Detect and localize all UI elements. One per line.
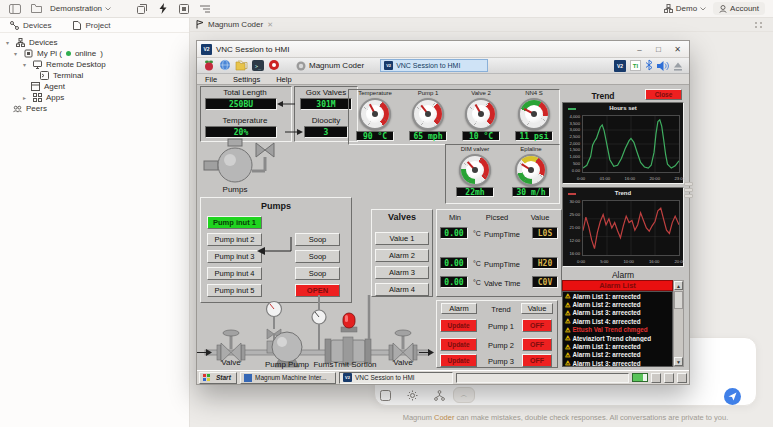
alarm-list: ⚠Alarm List 1: arreected ⚠Alarm List 2: … <box>562 291 673 367</box>
alarm-list-item[interactable]: ⚠Ateviaziort Trend changed <box>563 334 672 342</box>
branch-icon[interactable] <box>434 390 445 401</box>
terminal-app-icon[interactable]: >_ <box>252 60 264 71</box>
tray-item[interactable] <box>677 373 687 383</box>
close-button[interactable]: ✕ <box>670 45 685 54</box>
soop-button[interactable]: Soop <box>295 233 340 246</box>
pump-inut-4-button[interactable]: Pump inut 4 <box>207 267 262 280</box>
tick-label: 0.00 <box>572 169 580 174</box>
menu-file[interactable]: File <box>205 75 217 84</box>
window-title: VNC Session to HMI <box>216 45 289 54</box>
scroll-thumb[interactable] <box>674 291 683 309</box>
soop-button[interactable]: Soop <box>295 267 340 280</box>
alarm-3-button[interactable]: Alarm 3 <box>375 266 429 279</box>
account-button[interactable]: Account <box>713 2 765 15</box>
browser-globe-icon[interactable] <box>219 57 231 75</box>
drag-handle[interactable] <box>755 22 763 28</box>
sidebar-item-devices[interactable]: ▾ Devices <box>0 37 189 48</box>
trend-close-button[interactable]: Close <box>645 89 682 100</box>
tick-label: 20:00 <box>674 260 684 265</box>
tab-project[interactable]: Project <box>73 21 110 30</box>
magnum-coder-launcher[interactable]: Magnum Coder <box>292 60 368 72</box>
gear-icon[interactable] <box>407 390 418 401</box>
align-lines-icon[interactable] <box>198 3 212 15</box>
minimize-button[interactable]: – <box>632 45 647 54</box>
file-manager-icon[interactable] <box>235 57 248 75</box>
demo-menu[interactable]: Demo <box>664 4 706 13</box>
tick-label: 16:00 <box>625 177 635 182</box>
trend-chart-trend: Trend 30:0025:0021:0012:0016:00 0:005:00… <box>562 187 684 267</box>
volume-icon[interactable] <box>657 57 669 75</box>
frame-icon[interactable] <box>177 3 191 15</box>
alarm-list-item[interactable]: ⚠Ettush Val Trend chmged <box>563 326 672 334</box>
gauge-value: 22mh <box>456 187 494 197</box>
sidebar-toggle-icon[interactable] <box>8 3 22 15</box>
expand-chevron-button[interactable]: ︿ <box>453 387 475 403</box>
y-axis-ticks: 4,0003,5003,0002,5002,0001,5001,0005000.… <box>564 115 580 173</box>
alarm-scrollbar[interactable]: ▲ ▼ <box>673 280 684 367</box>
window-title-bar[interactable]: V2 VNC Session to HMI – □ ✕ <box>197 41 689 58</box>
tray-item[interactable] <box>651 373 661 383</box>
warning-icon: ⚠ <box>565 318 570 324</box>
alarm-2-button[interactable]: Alarm 2 <box>375 249 429 262</box>
soop-button[interactable]: Soop <box>295 250 340 263</box>
disclaimer-text: Magnum Coder can make mistakes, double c… <box>374 413 757 422</box>
scroll-down-icon[interactable]: ▼ <box>674 357 683 366</box>
task-button-vnc[interactable]: V2 VNC Session to HMI <box>339 372 453 384</box>
alarm-list-item[interactable]: ⚠Alarm List 4: arreected <box>563 317 672 325</box>
tab-magnum-coder[interactable]: Magnum Coder ✕ <box>196 20 273 29</box>
copy-icon[interactable] <box>135 3 149 15</box>
red-app-icon[interactable] <box>268 57 280 75</box>
start-button[interactable]: Start <box>199 372 237 384</box>
folder-icon[interactable] <box>29 3 43 15</box>
display-label: Total Length <box>202 88 288 97</box>
sidebar-item-agent[interactable]: Agent <box>0 81 189 92</box>
task-button-magnum[interactable]: Magnum Machine Inter... <box>240 372 336 384</box>
panel-handle[interactable] <box>684 188 693 192</box>
close-tab-icon[interactable]: ✕ <box>267 21 273 29</box>
alarm-table-header-alarm: Alarm <box>441 303 477 314</box>
pump-inut-3-button[interactable]: Pump inut 3 <box>207 250 262 263</box>
tick-label: 0:00 <box>577 260 585 265</box>
value-1-button[interactable]: Value 1 <box>375 232 429 245</box>
alarm-list-item[interactable]: ⚠Alarm List 2: arreected <box>563 351 672 359</box>
piping-label-vessel: FumsTmit Sortion <box>305 360 385 369</box>
raspberry-menu-icon[interactable] <box>203 57 215 75</box>
panel-handle[interactable] <box>684 182 693 186</box>
menu-help[interactable]: Help <box>276 75 291 84</box>
text-input-icon[interactable]: TI <box>630 60 641 71</box>
alarm-list-item[interactable]: ⚠Alarm List 1: arreected <box>563 342 672 350</box>
eject-icon[interactable] <box>673 57 683 75</box>
sidebar-item-apps[interactable]: ▸ Apps <box>0 92 189 103</box>
pump-inut-1-button[interactable]: Pump inut 1 <box>207 216 262 229</box>
display-value: 3 <box>304 126 348 138</box>
sidebar-item-peers[interactable]: Peers <box>0 103 189 114</box>
attach-icon[interactable] <box>380 390 391 401</box>
alarm-list-item[interactable]: ⚠Alarm List 3: arreected <box>563 309 672 317</box>
update-button[interactable]: Update <box>440 354 477 367</box>
project-selector[interactable]: Demonstration <box>50 4 111 13</box>
alarm-list-item[interactable]: ⚠Alarm List 2: arreected <box>563 300 672 308</box>
pump-inut-2-button[interactable]: Pump inut 2 <box>207 233 262 246</box>
update-button[interactable]: Update <box>440 319 477 332</box>
panel-handle[interactable] <box>684 194 693 198</box>
scroll-up-icon[interactable]: ▲ <box>674 281 683 290</box>
gauge-value: 65 mph <box>409 131 447 141</box>
active-task-tab[interactable]: V2 VNC Session to HMI <box>380 59 488 72</box>
tray-item[interactable] <box>664 373 674 383</box>
bolt-icon[interactable] <box>156 3 170 15</box>
bluetooth-icon[interactable] <box>645 57 653 75</box>
sidebar-item-mypi[interactable]: ▾ My Pi (online) <box>0 48 189 59</box>
menu-settings[interactable]: Settings <box>233 75 260 84</box>
update-button[interactable]: Update <box>440 338 477 351</box>
tab-devices[interactable]: Devices <box>10 21 51 30</box>
sidebar-item-remote-desktop[interactable]: ▾ Remote Desktop <box>0 59 189 70</box>
vnc-tray-icon[interactable]: V2 <box>614 60 626 72</box>
send-button[interactable] <box>724 388 741 405</box>
warning-icon: ⚠ <box>565 360 570 366</box>
alarm-list-item[interactable]: ⚠Alarm List 3: arreected <box>563 359 672 367</box>
sidebar-item-terminal[interactable]: Terminal <box>0 70 189 81</box>
pumps-panel-title: Pumps <box>201 201 351 211</box>
measure-min-value: 0.00 <box>440 276 468 288</box>
alarm-list-item[interactable]: ⚠Alarm List 1: arreected <box>563 292 672 300</box>
maximize-button[interactable]: □ <box>651 45 666 54</box>
